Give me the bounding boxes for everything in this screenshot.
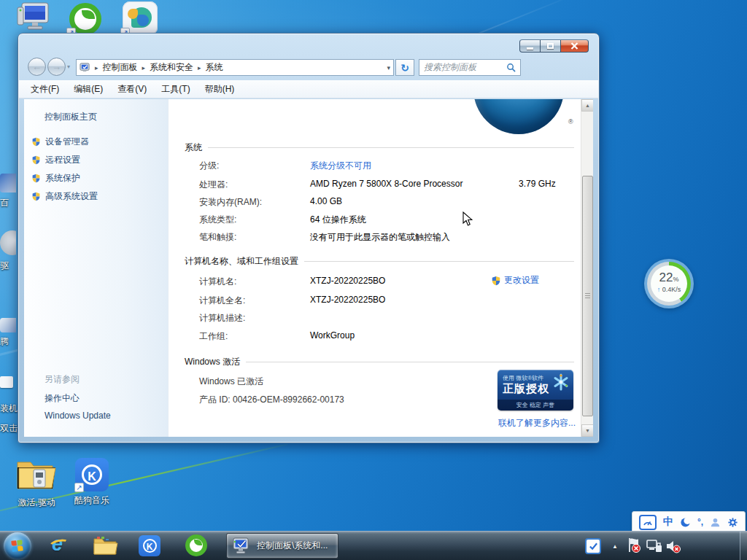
registered-mark: ®	[568, 118, 573, 125]
row-label: 计算机全名:	[199, 295, 245, 307]
desktop-icon-360-browser[interactable]: ↗	[67, 3, 104, 35]
vertical-scrollbar[interactable]: ▲ ▼	[581, 99, 593, 437]
menu-file[interactable]: 文件(F)	[31, 83, 59, 96]
task-button-control-panel[interactable]: 控制面板\系统和...	[226, 533, 338, 559]
search-box[interactable]: 搜索控制面板	[419, 59, 521, 76]
genuine-star-icon	[551, 373, 570, 392]
desktop-icon-fragment[interactable]: 腾	[0, 318, 16, 350]
ime-logo-button[interactable]	[639, 515, 657, 530]
refresh-icon: ↻	[400, 62, 409, 74]
sidebar-home-link[interactable]: 控制面板主页	[44, 111, 97, 123]
tray-expand-button[interactable]: ▲	[607, 538, 623, 554]
system-page-icon	[80, 63, 90, 73]
menu-bar: 文件(F) 编辑(E) 查看(V) 工具(T) 帮助(H)	[19, 80, 598, 98]
product-id: 产品 ID: 00426-OEM-8992662-00173	[199, 394, 344, 406]
sidebar-item-system-protection[interactable]: 系统保护	[31, 172, 80, 184]
taskbar-ie-button[interactable]: e	[47, 534, 73, 557]
pen-touch-value: 没有可用于此显示器的笔或触控输入	[310, 231, 450, 244]
desktop-icon-computer[interactable]	[16, 1, 51, 32]
navigation-bar: ← → ▾ ▸ 控制面板 ▸ 系统和安全 ▸ 系统 ▾ ↻	[19, 55, 598, 80]
maximize-button[interactable]	[541, 39, 560, 52]
sidebar-item-windows-update[interactable]: Windows Update	[44, 411, 111, 421]
close-icon	[570, 42, 578, 50]
ime-punctuation-toggle[interactable]: °,	[697, 517, 703, 527]
ime-language-bar: 中 °,	[632, 511, 746, 533]
close-button[interactable]	[560, 39, 589, 52]
menu-edit[interactable]: 编辑(E)	[74, 83, 103, 96]
menu-help[interactable]: 帮助(H)	[205, 83, 235, 96]
desktop-icon-app[interactable]: ↗	[121, 1, 159, 35]
uac-shield-icon	[31, 137, 41, 147]
sidebar-item-advanced-settings[interactable]: 高级系统设置	[31, 190, 98, 203]
system-window-icon	[233, 537, 252, 555]
row-label: 计算机描述:	[199, 312, 245, 324]
change-settings-link[interactable]: 更改设置	[491, 274, 539, 287]
workgroup-value: WorkGroup	[310, 330, 355, 341]
app-icon-swirl-yellow	[128, 9, 138, 19]
breadcrumb-control-panel[interactable]: 控制面板	[103, 61, 138, 74]
fragment-icon	[0, 174, 16, 192]
desktop-icon-fragment[interactable]: 百	[0, 174, 16, 210]
taskbar-360-button[interactable]	[184, 534, 209, 557]
breadcrumb-system[interactable]: 系统	[206, 61, 223, 74]
sidebar: 控制面板主页 设备管理器 远程设置 系统保护 高级系统设置 另请参阅	[24, 99, 169, 437]
checkmark-icon	[589, 542, 598, 551]
history-dropdown-icon[interactable]: ▾	[67, 63, 70, 70]
computer-icon	[16, 1, 51, 32]
action-center-flag-icon[interactable]	[626, 537, 642, 553]
sidebar-item-remote-settings[interactable]: 远程设置	[31, 154, 80, 166]
row-label: 安装内存(RAM):	[199, 196, 262, 209]
rating-unavailable-link[interactable]: 系统分级不可用	[310, 160, 371, 172]
scroll-up-button[interactable]: ▲	[581, 99, 593, 112]
menu-view[interactable]: 查看(V)	[117, 83, 147, 96]
system-window: ← → ▾ ▸ 控制面板 ▸ 系统和安全 ▸ 系统 ▾ ↻	[18, 33, 600, 443]
ime-language-toggle[interactable]: 中	[663, 516, 673, 529]
ime-user-icon[interactable]	[710, 517, 721, 528]
forward-button[interactable]: →	[47, 58, 66, 76]
desktop-icon-activate-driver[interactable]: 激活,驱动	[7, 456, 66, 508]
uac-shield-icon	[31, 155, 41, 165]
genuine-badge-line2: 正版授权	[503, 382, 549, 396]
menu-tools[interactable]: 工具(T)	[161, 83, 190, 96]
uac-shield-icon	[31, 192, 41, 201]
ime-fullwidth-moon-icon[interactable]	[680, 517, 691, 528]
system-type-value: 64 位操作系统	[310, 214, 366, 226]
windows-logo	[473, 99, 564, 134]
genuine-badge[interactable]: 使用 微软®软件 正版授权 安全 稳定 声誉	[498, 370, 573, 411]
ime-dial-icon	[643, 518, 653, 526]
start-button[interactable]	[4, 532, 31, 559]
speedball-speed: 0.4K/s	[662, 286, 681, 293]
desktop-icon-fragment[interactable]: 驱	[0, 230, 16, 273]
address-dropdown-icon[interactable]: ▾	[387, 64, 390, 71]
sidebar-item-device-manager[interactable]: 设备管理器	[31, 136, 89, 148]
speedball-percent: 22	[659, 271, 673, 284]
learn-more-link[interactable]: 联机了解更多内容...	[498, 417, 576, 429]
genuine-badge-line1: 使用 微软®软件	[503, 374, 543, 382]
refresh-button[interactable]: ↻	[395, 59, 414, 76]
address-bar[interactable]: ▸ 控制面板 ▸ 系统和安全 ▸ 系统 ▾	[76, 59, 394, 76]
search-icon[interactable]	[506, 63, 516, 72]
scroll-down-button[interactable]: ▼	[581, 424, 593, 437]
desktop-icon-kugou[interactable]: K ↗ 酷狗音乐	[63, 458, 121, 509]
search-placeholder: 搜索控制面板	[424, 61, 506, 74]
speedball-progress-ring: 22% ↑ 0.4K/s	[647, 262, 691, 306]
ime-settings-gear-icon[interactable]	[727, 517, 738, 528]
desktop-icon-fragment[interactable]: 装机 双击安装	[0, 376, 18, 442]
mouse-cursor	[462, 211, 473, 227]
tray-app-icon[interactable]	[585, 538, 601, 554]
row-label: 计算机名:	[199, 276, 236, 288]
scrollbar-thumb[interactable]	[582, 176, 593, 416]
breadcrumb-system-security[interactable]: 系统和安全	[150, 61, 193, 74]
show-desktop-button[interactable]	[740, 532, 747, 560]
volume-muted-icon[interactable]	[665, 538, 681, 554]
taskbar-kugou-button[interactable]: K	[139, 535, 160, 556]
back-button[interactable]: ←	[28, 58, 46, 76]
minimize-button[interactable]	[519, 39, 541, 52]
sidebar-item-action-center[interactable]: 操作中心	[44, 392, 80, 405]
breadcrumb-separator-icon: ▸	[90, 64, 103, 71]
row-label: 工作组:	[199, 330, 228, 343]
network-status-icon[interactable]	[646, 538, 662, 554]
speedball-widget[interactable]: 22% ↑ 0.4K/s	[644, 259, 694, 308]
breadcrumb-separator-icon: ▸	[138, 64, 150, 71]
taskbar-explorer-button[interactable]	[92, 534, 118, 557]
